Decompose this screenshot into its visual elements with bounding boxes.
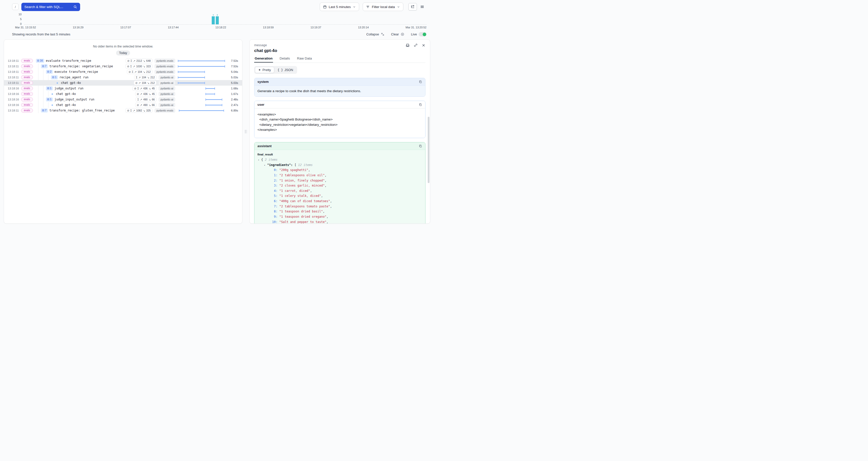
comma: , (330, 205, 332, 208)
duration-bar[interactable] (178, 61, 225, 61)
duration-bar[interactable] (178, 66, 225, 67)
copy-button[interactable] (419, 103, 422, 106)
tab-details[interactable]: Details (279, 57, 290, 63)
output-tokens: 323 (146, 64, 151, 68)
duration-label: 6.89s (225, 109, 242, 112)
evals-badge[interactable]: evals (21, 59, 33, 63)
span-count-badge[interactable]: ⊟1 (51, 75, 58, 79)
json-view-button[interactable]: { } JSON (274, 67, 297, 73)
trace-row[interactable]: 13:18:11evals◆chat gpt-4o⊘↗104↘212pydant… (4, 80, 242, 86)
tab-generation[interactable]: Generation (254, 57, 273, 63)
histogram-bar[interactable]: 9 (212, 14, 215, 24)
json-array-item[interactable]: 6:"400g can of diced tomatoes", (257, 198, 422, 204)
duration-bar[interactable] (178, 71, 205, 72)
metrics-chip[interactable]: Σ↗490↘66 (135, 97, 156, 102)
evals-badge[interactable]: evals (21, 92, 33, 96)
duration-bar[interactable] (178, 83, 205, 83)
metrics-chip[interactable]: ⊘Σ↗1082↘325 (125, 108, 152, 113)
metrics-chip[interactable]: ⊘Σ↗104↘212 (127, 69, 152, 74)
arrow-up-right-icon: ↗ (133, 59, 135, 63)
search-input[interactable]: Search & filter with SQL... (21, 3, 80, 11)
duration-bar[interactable] (178, 77, 205, 78)
row-meta: ⊘Σ↗436↘45pydantic-ai (132, 86, 175, 91)
evals-badge[interactable]: evals (21, 81, 33, 85)
duration-bar[interactable] (206, 105, 222, 105)
histogram-bar[interactable]: 8 (216, 14, 219, 24)
evals-badge[interactable]: evals (21, 109, 33, 113)
json-array-item[interactable]: 1:"2 tablespoons olive oil", (257, 173, 422, 178)
json-array-item[interactable]: 2:"1 onion, finely chopped", (257, 178, 422, 183)
close-details-button[interactable] (422, 43, 426, 47)
metrics-chip[interactable]: ⊘Σ↗436↘45 (132, 86, 156, 91)
details-tabs: GenerationDetailsRaw Data (254, 57, 426, 63)
span-count-badge[interactable]: ⊟1 (46, 97, 53, 101)
json-array-item[interactable]: 9:"1 teaspoon dried oregano", (257, 214, 422, 219)
tab-raw-data[interactable]: Raw Data (297, 57, 312, 63)
span-count-badge[interactable]: ⊟1 (46, 86, 53, 90)
span-count-badge[interactable]: ⊟7 (41, 109, 48, 112)
duration-bar[interactable] (206, 94, 215, 94)
trace-row[interactable]: 13:18:16evals⊟1judge_output run⊘Σ↗436↘45… (4, 86, 242, 91)
span-count-badge[interactable]: ⊟2 (46, 70, 53, 73)
duration-bar[interactable] (179, 110, 224, 111)
trace-row[interactable]: 13:18:16evals◆chat gpt-4o⊘↗436↘45pydanti… (4, 91, 242, 97)
duration-bar[interactable] (206, 99, 222, 100)
evals-badge[interactable]: evals (21, 70, 33, 74)
metrics-chip[interactable]: Σ↗104↘212 (134, 75, 156, 80)
live-toggle-button[interactable]: Live (411, 32, 427, 36)
duration-bar[interactable] (206, 88, 215, 89)
json-array-item[interactable]: 5:"1 celery stalk, diced", (257, 193, 422, 198)
json-array-item[interactable]: 4:"1 carrot, diced", (257, 188, 422, 193)
topbar-right: Last 5 minutes Filter local data (320, 2, 427, 11)
metrics-chip[interactable]: ⊘↗490↘66 (135, 103, 157, 107)
evals-badge[interactable]: evals (21, 75, 33, 80)
trace-row[interactable]: 13:18:16evals◆chat gpt-4o⊘↗490↘66pydanti… (4, 102, 242, 108)
evals-badge[interactable]: evals (21, 64, 33, 68)
evals-badge[interactable]: evals (21, 86, 33, 91)
pretty-view-button[interactable]: ✦ Pretty (255, 67, 274, 73)
system-message-card: system Generate a recipe to cook the dis… (254, 78, 426, 97)
metrics-chip[interactable]: ⊘Σ↗1030↘323 (125, 64, 152, 68)
metrics-chip[interactable]: ⊘Σ↗2112↘648 (126, 59, 152, 63)
tree-guide-line (36, 91, 41, 97)
json-key-line[interactable]: ▾"ingredients": [ 12 items (257, 162, 422, 168)
tree-view-button[interactable] (408, 3, 417, 10)
filter-local-data-dropdown[interactable]: Filter local data (363, 2, 403, 11)
json-array-item[interactable]: 3:"2 cloves garlic, minced", (257, 183, 422, 188)
collapse-button[interactable]: Collapse (366, 32, 384, 36)
output-tokens: 648 (146, 59, 151, 63)
json-root-line[interactable]: ▾{ 2 items (257, 157, 422, 162)
list-view-button[interactable] (418, 3, 427, 10)
trace-row[interactable]: 13:18:16evals⊟1judge_input_output runΣ↗4… (4, 97, 242, 102)
clear-button[interactable]: Clear (391, 32, 404, 36)
trace-row[interactable]: 13:18:11evals⊟7transform_recipe: gluten_… (4, 108, 242, 113)
trace-row[interactable]: 13:18:11evals⊟2execute transform_recipe⊘… (4, 69, 242, 74)
copy-button[interactable] (419, 144, 422, 148)
scrollbar-thumb[interactable] (428, 117, 430, 183)
metrics-chip[interactable]: ⊘↗436↘45 (135, 92, 157, 96)
metrics-chip[interactable]: ⊘↗104↘212 (134, 81, 157, 85)
resize-grip-handle[interactable] (245, 130, 247, 133)
trace-row[interactable]: 13:18:11evals⊟16evaluate transform_recip… (4, 58, 242, 64)
collapse-box-icon: ⊟ (42, 65, 44, 68)
span-count-badge[interactable]: ⊟7 (41, 64, 48, 68)
evals-badge[interactable]: evals (21, 97, 33, 102)
json-array-item[interactable]: 10:"Salt and pepper to taste", (257, 219, 422, 224)
copy-link-button[interactable] (414, 43, 418, 47)
trace-row[interactable]: 13:18:11evals⊟7transform_recipe: vegetar… (4, 64, 242, 69)
json-array-item[interactable]: 0:"200g spaghetti", (257, 167, 422, 173)
item-index: 2: (272, 178, 278, 183)
json-array-item[interactable]: 8:"1 teaspoon dried basil", (257, 209, 422, 214)
tree-guide-line (36, 97, 41, 102)
copy-button[interactable] (419, 80, 422, 84)
keyboard-shortcut-button[interactable]: / (12, 3, 19, 10)
time-range-dropdown[interactable]: Last 5 minutes (320, 2, 360, 11)
evals-badge[interactable]: evals (21, 103, 33, 107)
span-count-badge[interactable]: ⊟16 (36, 59, 44, 63)
item-index: 1: (272, 173, 278, 178)
archive-button[interactable] (406, 43, 410, 47)
trace-row[interactable]: 13:18:11evals⊟1recipe_agent runΣ↗104↘212… (4, 74, 242, 80)
json-array-item[interactable]: 7:"2 tablespoons tomato paste", (257, 204, 422, 209)
arrow-up-right-icon: ↗ (133, 64, 135, 68)
duration-bar-track (178, 102, 225, 108)
